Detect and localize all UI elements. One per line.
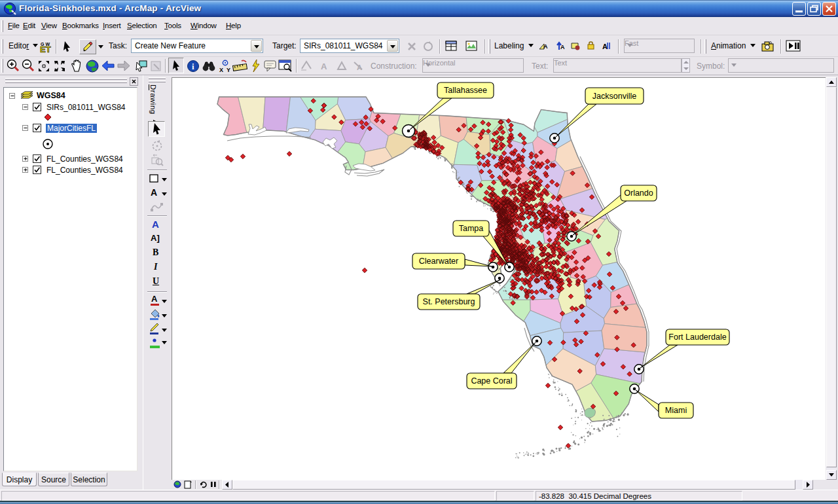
svg-text:Jacksonville: Jacksonville	[592, 92, 636, 101]
svg-text:Orlando: Orlando	[624, 189, 653, 198]
svg-text:Cape Coral: Cape Coral	[471, 376, 512, 386]
svg-text:A: A	[602, 43, 608, 50]
svg-text:Clearwater: Clearwater	[419, 257, 458, 266]
svg-text:ET: ET	[40, 45, 51, 54]
svg-text:Tampa: Tampa	[459, 224, 484, 233]
svg-text:St. Petersburg: St. Petersburg	[423, 297, 475, 306]
svg-text:Miami: Miami	[665, 406, 687, 415]
svg-text:A: A	[543, 43, 548, 50]
svg-text:Y: Y	[227, 67, 230, 73]
svg-text:X: X	[219, 67, 223, 73]
svg-text:i: i	[192, 62, 194, 71]
svg-text:Tallahassee: Tallahassee	[444, 86, 487, 95]
svg-text:A: A	[560, 44, 565, 50]
svg-text:A: A	[321, 62, 327, 71]
svg-text:A: A	[357, 63, 362, 71]
svg-text:Fort Lauderdale: Fort Lauderdale	[668, 333, 726, 342]
